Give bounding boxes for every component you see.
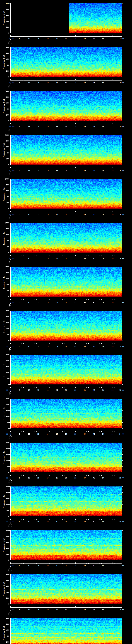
x-major-tick [103, 387, 104, 388]
x-minor-tick [34, 344, 35, 344]
x-minor-tick [70, 387, 70, 388]
y-major-tick-right [122, 404, 123, 405]
y-minor-tick [10, 382, 10, 382]
x-minor-tick [74, 80, 74, 80]
x-major-tick [48, 562, 48, 564]
y-major-tick [10, 378, 10, 379]
x-minor-tick [116, 36, 116, 36]
y-tick-label: 600 [4, 322, 9, 324]
x-minor-tick [46, 344, 46, 344]
y-tick-label: 200 [4, 553, 9, 555]
x-major-tick [112, 562, 113, 564]
x-tick-label: 5 [19, 82, 20, 84]
y-minor-tick-right [122, 6, 122, 6]
y-tick-label: 400 [4, 460, 9, 461]
x-minor-tick [25, 212, 26, 212]
x-tick-label: 15 [37, 258, 39, 259]
x-minor-tick [55, 212, 55, 212]
y-major-tick-right [122, 536, 123, 536]
x-tick-label: 40 [84, 302, 86, 303]
x-minor-tick [42, 36, 42, 36]
y-major-tick-right [122, 334, 123, 335]
x-minor-tick [42, 212, 42, 212]
x-tick-label: 40 [84, 345, 86, 347]
x-minor-tick [46, 256, 46, 256]
y-major-tick [10, 235, 10, 235]
y-tick-label: 200 [4, 641, 9, 643]
x-major-tick [122, 36, 122, 36]
x-minor-tick [114, 168, 114, 168]
y-tick-label: 1000 [4, 486, 9, 488]
x-minor-tick [74, 168, 74, 168]
y-minor-tick [10, 100, 10, 100]
x-minor-tick [22, 563, 22, 564]
x-minor-tick [96, 256, 96, 256]
x-tick-label: 10 [28, 38, 30, 40]
x-major-tick [29, 343, 29, 344]
spectrogram-panel: Frequency (Hz) 10008006004002000 5101520… [0, 132, 132, 176]
x-major-tick [122, 167, 122, 168]
x-minor-tick [40, 607, 40, 608]
x-minor-tick [116, 80, 116, 80]
x-tick-label: 50 [102, 38, 104, 40]
x-minor-tick [44, 475, 44, 476]
x-axis-line [10, 80, 122, 80]
x-minor-tick [114, 607, 114, 608]
y-major-tick-right [122, 153, 123, 153]
x-minor-tick [44, 212, 44, 212]
x-tick-label: 25 [56, 170, 58, 171]
spectrogram-image [10, 91, 122, 121]
x-axis-end-time-label: 14:00 [119, 433, 124, 435]
x-tick-label: 5 [19, 345, 20, 347]
y-tick-label: 200 [4, 378, 9, 380]
x-minor-tick [40, 387, 40, 388]
x-minor-tick [44, 80, 44, 80]
y-tick-label: 400 [4, 284, 9, 286]
y-major-tick-right [122, 115, 123, 115]
x-major-tick [122, 255, 122, 256]
x-minor-tick [55, 300, 55, 300]
y-tick-label: 400 [4, 548, 9, 549]
y-minor-tick-right [122, 601, 122, 601]
x-major-tick [57, 562, 57, 564]
x-minor-tick [40, 300, 40, 300]
x-minor-tick [100, 80, 100, 80]
x-minor-tick [114, 431, 114, 432]
y-tick-label: 400 [4, 240, 9, 242]
y-major-tick [10, 165, 10, 165]
x-minor-tick [109, 256, 109, 256]
x-minor-tick [31, 344, 31, 344]
y-minor-tick-right [122, 276, 122, 276]
x-major-tick [57, 255, 57, 256]
x-tick-label: 30 [65, 521, 67, 523]
x-tick-label: 25 [56, 565, 58, 566]
x-tick-label: 5 [19, 477, 20, 479]
spectrogram-panel: Frequency (Hz) 10008006004002000 5101520… [0, 527, 132, 571]
y-tick-label: 800 [4, 52, 9, 54]
x-minor-tick [51, 256, 52, 256]
x-tick-label: 15 [37, 345, 39, 347]
y-minor-tick-right [122, 469, 122, 470]
y-major-tick-right [122, 630, 123, 630]
x-tick-label: 10 [28, 126, 30, 128]
x-major-tick [48, 343, 48, 344]
x-minor-tick [40, 519, 40, 520]
x-minor-tick [22, 344, 22, 344]
x-minor-tick [74, 387, 74, 388]
x-minor-tick [53, 300, 53, 300]
x-major-tick [103, 343, 104, 344]
x-minor-tick [12, 607, 12, 608]
y-minor-tick [10, 314, 10, 314]
x-tick-label: 10 [28, 433, 30, 435]
x-major-tick [48, 475, 48, 476]
date-line: 2015 [8, 350, 12, 351]
x-minor-tick [70, 475, 70, 476]
x-tick-label: 35 [74, 565, 76, 566]
y-major-tick [10, 47, 10, 48]
date-label: 7Jun2015 [8, 215, 12, 220]
x-tick-label: 50 [102, 302, 104, 303]
x-tick-label: 20 [46, 477, 48, 479]
y-minor-tick-right [122, 533, 122, 534]
x-minor-tick [70, 256, 70, 256]
x-major-tick [112, 79, 113, 80]
